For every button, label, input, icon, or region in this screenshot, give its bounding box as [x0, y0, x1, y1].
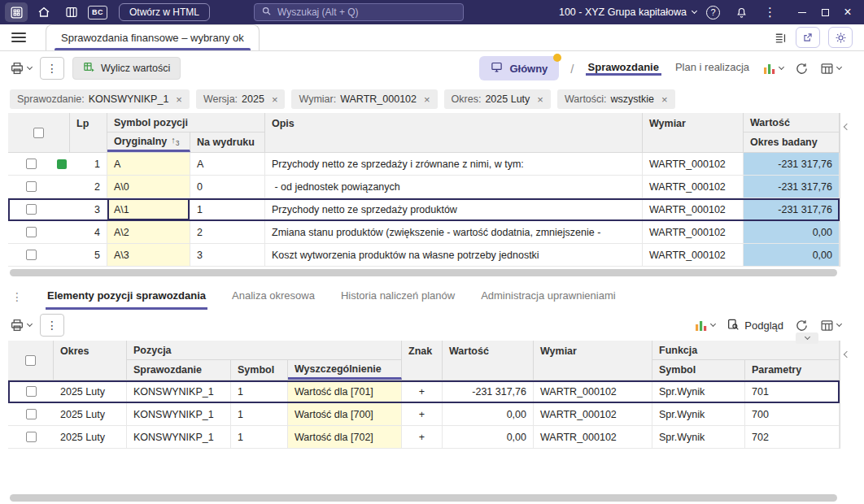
close-icon[interactable]: ×: [661, 94, 668, 105]
tab-historia-naliczen-planow[interactable]: Historia naliczeń planów: [339, 284, 456, 310]
col-header-wartosc[interactable]: Wartość: [443, 341, 534, 380]
row-checkbox[interactable]: [26, 227, 37, 237]
col-header-oryginalny[interactable]: Oryginalny ↑3: [107, 133, 190, 152]
col-header-okres-badany[interactable]: Okres badany: [744, 133, 840, 152]
col-header-lp[interactable]: Lp: [70, 113, 107, 152]
glowny-button[interactable]: Główny: [479, 56, 559, 80]
cell-oryginalny[interactable]: A: [107, 153, 190, 176]
col-header-symbol[interactable]: Symbol: [231, 360, 288, 380]
table-row[interactable]: 2025 Luty KONSWYNIKP_1 1 Wartość dla [70…: [8, 403, 840, 426]
cell-wyszczegolnienie[interactable]: Wartość dla [701]: [288, 380, 402, 403]
select-all-checkbox[interactable]: [25, 355, 36, 366]
tab-sprawozdania-finansowe[interactable]: Sprawozdania finansowe – wybrany ok: [46, 24, 260, 50]
row-actions-menu-button[interactable]: ⋮: [40, 314, 64, 337]
global-search[interactable]: [254, 3, 464, 21]
row-actions-menu-button[interactable]: ⋮: [40, 57, 64, 80]
section-drag-handle-icon[interactable]: ⋮: [11, 290, 23, 303]
grid-settings-button[interactable]: [820, 62, 841, 76]
wylicz-wartosci-button[interactable]: Wylicz wartości: [72, 57, 181, 80]
filter-chip-wymiar[interactable]: Wymiar:WARTR_000102×: [291, 89, 437, 109]
col-header-sprawozdanie[interactable]: Sprawozdanie: [127, 360, 231, 380]
table-row-selected[interactable]: 2025 Luty KONSWYNIKP_1 1 Wartość dla [70…: [8, 380, 840, 403]
horizontal-scrollbar[interactable]: [10, 494, 854, 502]
col-header-wymiar[interactable]: Wymiar: [534, 341, 652, 380]
scrollbar-thumb[interactable]: [10, 269, 837, 276]
row-checkbox[interactable]: [26, 409, 37, 419]
row-checkbox[interactable]: [26, 181, 37, 192]
scrollbar-thumb[interactable]: [10, 494, 837, 502]
cell-oryginalny[interactable]: A\2: [107, 221, 190, 244]
cell-oryginalny[interactable]: A\3: [107, 244, 190, 267]
table-row[interactable]: 2 A\0 0 - od jednostek powiązanych WARTR…: [8, 176, 840, 198]
filter-chip-okres[interactable]: Okres:2025 Luty×: [444, 89, 551, 109]
col-header-na-wydruku[interactable]: Na wydruku: [190, 133, 265, 152]
cell-wyszczegolnienie[interactable]: Wartość dla [700]: [288, 403, 402, 426]
col-header-funkcja-symbol[interactable]: Symbol: [652, 360, 745, 380]
notifications-bell-icon[interactable]: [730, 2, 753, 22]
close-icon[interactable]: ×: [424, 94, 430, 105]
table-row[interactable]: 4 A\2 2 Zmiana stanu produktów (zwiększe…: [8, 221, 840, 244]
tab-administracja-uprawnieniami[interactable]: Administracja uprawnieniami: [479, 284, 617, 310]
table-row[interactable]: 5 A\3 3 Koszt wytworzenia produktów na w…: [8, 244, 840, 267]
filter-chip-wartosci[interactable]: Wartości:wszystkie×: [557, 89, 675, 109]
maximize-button[interactable]: [814, 2, 836, 23]
col-header-znak[interactable]: Znak: [402, 341, 443, 380]
select-all-checkbox[interactable]: [33, 128, 44, 138]
close-icon[interactable]: ×: [176, 94, 182, 105]
col-header-wyszczegolnienie[interactable]: Wyszczególnienie: [288, 360, 402, 380]
col-header-symbol-pozycji[interactable]: Symbol pozycji: [107, 113, 265, 133]
tab-sprawozdanie[interactable]: Sprawozdanie: [586, 61, 661, 76]
close-icon[interactable]: ×: [272, 94, 278, 105]
print-button[interactable]: [10, 61, 32, 76]
help-icon[interactable]: ?: [706, 6, 720, 20]
close-icon[interactable]: ×: [537, 94, 543, 105]
filter-chip-sprawozdanie[interactable]: Sprawozdanie:KONSWYNIKP_1×: [10, 89, 190, 109]
tab-analiza-okresowa[interactable]: Analiza okresowa: [230, 284, 316, 310]
row-checkbox[interactable]: [26, 204, 37, 215]
filter-chip-wersja[interactable]: Wersja:2025×: [196, 89, 286, 109]
tab-plan-i-realizacja[interactable]: Plan i realizacja: [673, 61, 752, 76]
refresh-icon[interactable]: [795, 319, 809, 332]
collapse-left-icon[interactable]: [843, 351, 849, 358]
modules-board-icon[interactable]: [60, 2, 83, 22]
company-selector[interactable]: 100 - XYZ Grupa kapitałowa: [559, 7, 696, 18]
table-row[interactable]: 1 A A Przychody netto ze sprzedaży i zró…: [8, 153, 840, 176]
chart-button[interactable]: [763, 62, 783, 75]
collapse-left-icon[interactable]: [843, 124, 849, 130]
personalization-sun-icon[interactable]: [828, 27, 853, 48]
home-icon[interactable]: [33, 2, 55, 22]
open-in-html-button[interactable]: Otwórz w HTML: [119, 3, 210, 21]
grid-settings-button[interactable]: [820, 319, 841, 332]
col-header-wymiar[interactable]: Wymiar: [643, 113, 744, 152]
app-logo-icon[interactable]: [5, 2, 28, 22]
col-header-okres[interactable]: Okres: [54, 341, 127, 380]
row-checkbox[interactable]: [26, 250, 37, 260]
cell-oryginalny-focused[interactable]: A\1: [107, 198, 190, 221]
chart-button[interactable]: [695, 319, 715, 332]
col-header-parametry[interactable]: Parametry: [745, 360, 840, 380]
table-row-selected[interactable]: 3 A\1 1 Przychody netto ze sprzedaży pro…: [8, 198, 840, 221]
podglad-button[interactable]: Podgląd: [727, 318, 783, 333]
more-menu-icon[interactable]: ⋮: [762, 5, 778, 20]
row-checkbox[interactable]: [26, 432, 37, 442]
close-button[interactable]: ×: [836, 2, 859, 23]
search-input[interactable]: [277, 7, 456, 18]
col-header-pozycja[interactable]: Pozycja: [127, 341, 402, 360]
cell-wyszczegolnienie[interactable]: Wartość dla [702]: [288, 426, 402, 449]
cell-oryginalny[interactable]: A\0: [107, 176, 190, 198]
table-row[interactable]: 2025 Luty KONSWYNIKP_1 1 Wartość dla [70…: [8, 426, 840, 449]
share-icon[interactable]: [796, 27, 820, 48]
collapse-panel-strip[interactable]: [840, 341, 853, 449]
row-checkbox[interactable]: [26, 159, 37, 169]
print-button[interactable]: [10, 318, 32, 332]
tab-elementy-pozycji-sprawozdania[interactable]: Elementy pozycji sprawozdania: [46, 284, 207, 310]
minimize-button[interactable]: [791, 2, 814, 23]
collapse-section-button[interactable]: [796, 332, 818, 344]
menu-hamburger-icon[interactable]: [11, 33, 26, 42]
collapse-panel-strip[interactable]: [840, 113, 853, 267]
refresh-icon[interactable]: [795, 62, 809, 76]
layout-list-icon[interactable]: [774, 31, 788, 45]
horizontal-scrollbar[interactable]: [10, 269, 854, 276]
bc-icon[interactable]: BC: [88, 6, 107, 20]
col-header-opis[interactable]: Opis: [265, 113, 643, 152]
